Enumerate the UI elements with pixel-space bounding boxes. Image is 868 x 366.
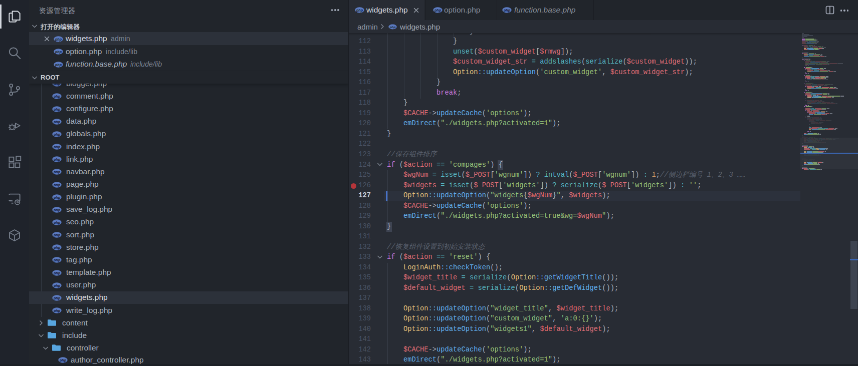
svg-text:php: php — [356, 9, 363, 13]
svg-text:php: php — [53, 195, 61, 199]
svg-text:php: php — [53, 158, 61, 162]
svg-text:php: php — [503, 9, 511, 13]
svg-text:php: php — [53, 170, 61, 174]
svg-text:php: php — [389, 25, 396, 29]
svg-text:php: php — [53, 145, 61, 149]
svg-text:php: php — [53, 120, 61, 124]
svg-text:php: php — [53, 208, 61, 212]
svg-text:php: php — [55, 63, 62, 67]
svg-text:php: php — [53, 258, 61, 262]
svg-text:php: php — [53, 132, 61, 136]
svg-text:php: php — [53, 233, 61, 237]
svg-text:php: php — [53, 283, 61, 287]
svg-text:php: php — [434, 9, 442, 13]
svg-text:php: php — [53, 296, 61, 300]
svg-text:php: php — [53, 95, 61, 99]
svg-text:php: php — [55, 50, 62, 54]
svg-text:php: php — [59, 358, 67, 362]
svg-text:php: php — [53, 271, 61, 275]
svg-text:php: php — [53, 221, 61, 225]
svg-text:php: php — [55, 37, 62, 41]
svg-text:php: php — [53, 183, 61, 187]
svg-text:php: php — [53, 107, 61, 111]
svg-text:php: php — [53, 246, 61, 250]
svg-text:php: php — [53, 309, 61, 313]
